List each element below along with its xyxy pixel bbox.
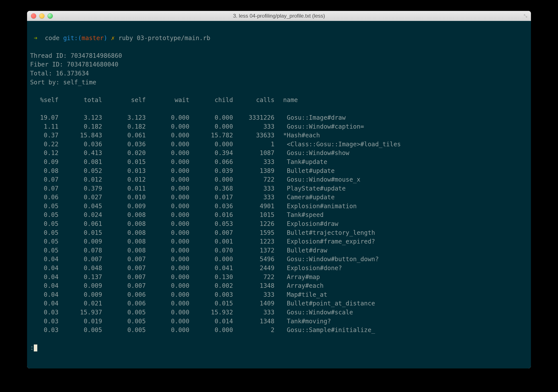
cell-child: 0.000	[189, 113, 233, 122]
table-row: 19.073.1233.1230.0000.0003331226 Gosu::I…	[30, 113, 528, 122]
table-row: 0.070.0120.0120.0000.000722 Gosu::Window…	[30, 175, 528, 184]
col-name: name	[274, 96, 528, 105]
cell-calls: 1409	[233, 299, 274, 308]
cell-total: 3.123	[59, 113, 102, 122]
cell-wait: 0.000	[146, 220, 189, 229]
table-body: 19.073.1233.1230.0000.0003331226 Gosu::I…	[30, 113, 528, 335]
cell-name: Tank#moving?	[274, 317, 528, 326]
less-colon: :	[30, 343, 34, 352]
table-row: 0.3715.8430.0610.00015.78233633*Hash#eac…	[30, 131, 528, 140]
cell-total: 0.027	[59, 193, 102, 202]
cell-self: 0.009	[102, 202, 146, 211]
cell-wait: 0.000	[146, 184, 189, 193]
cell-self_pct: 1.11	[30, 122, 59, 131]
cell-self: 0.005	[102, 326, 146, 335]
terminal-content[interactable]: ➜ code git:(master) ✗ ruby 03-prototype/…	[27, 21, 531, 368]
git-label: git:(	[63, 34, 82, 42]
cell-calls: 1223	[233, 237, 274, 246]
cell-calls: 333	[233, 308, 274, 317]
cell-total: 15.937	[59, 308, 102, 317]
cell-total: 0.413	[59, 149, 102, 158]
cell-wait: 0.000	[146, 193, 189, 202]
table-row: 0.060.0270.0100.0000.017333 Camera#updat…	[30, 193, 528, 202]
cell-self_pct: 0.04	[30, 264, 59, 273]
cell-self_pct: 0.03	[30, 326, 59, 335]
profile-header: Thread ID: 70347814986860 Fiber ID: 7034…	[30, 51, 528, 87]
col-self: self	[102, 96, 146, 105]
cell-wait: 0.000	[146, 131, 189, 140]
cell-self: 0.008	[102, 229, 146, 238]
close-button[interactable]	[31, 13, 36, 18]
cell-self: 0.011	[102, 184, 146, 193]
cell-total: 0.036	[59, 140, 102, 149]
terminal-window: 3. less 04-profiling/play_profile.txt (l…	[27, 11, 531, 368]
cell-self: 3.123	[102, 113, 146, 122]
less-prompt[interactable]: :	[30, 343, 528, 352]
window-titlebar[interactable]: 3. less 04-profiling/play_profile.txt (l…	[27, 11, 531, 21]
cell-name: Bullet#draw	[274, 246, 528, 255]
cell-total: 0.182	[59, 122, 102, 131]
cell-total: 0.052	[59, 167, 102, 176]
zoom-button[interactable]	[48, 13, 53, 18]
cell-child: 15.932	[189, 308, 233, 317]
cell-child: 0.002	[189, 281, 233, 290]
cell-self: 0.020	[102, 149, 146, 158]
cell-child: 0.368	[189, 184, 233, 193]
cell-calls: 5496	[233, 255, 274, 264]
cell-name: Gosu::Window#caption=	[274, 122, 528, 131]
cell-total: 0.005	[59, 326, 102, 335]
cell-total: 0.048	[59, 264, 102, 273]
cell-wait: 0.000	[146, 175, 189, 184]
cell-self_pct: 0.37	[30, 131, 59, 140]
minimize-button[interactable]	[39, 13, 44, 18]
cell-self: 0.007	[102, 264, 146, 273]
col-child: child	[189, 96, 233, 105]
cell-total: 0.007	[59, 255, 102, 264]
cell-self: 0.036	[102, 140, 146, 149]
fullscreen-icon[interactable]	[523, 14, 528, 18]
cell-self_pct: 19.07	[30, 113, 59, 122]
cell-name: Gosu::Sample#initialize_	[274, 326, 528, 335]
git-dirty: ✗	[111, 34, 115, 42]
cell-name: PlayState#update	[274, 184, 528, 193]
table-row: 0.030.0050.0050.0000.0002 Gosu::Sample#i…	[30, 326, 528, 335]
cell-self_pct: 0.09	[30, 158, 59, 167]
cell-calls: 722	[233, 175, 274, 184]
cell-wait: 0.000	[146, 113, 189, 122]
cell-wait: 0.000	[146, 255, 189, 264]
cell-calls: 3331226	[233, 113, 274, 122]
cell-self: 0.008	[102, 237, 146, 246]
table-row: 0.050.0610.0080.0000.0531226 Explosion#d…	[30, 220, 528, 229]
cell-self_pct: 0.05	[30, 211, 59, 220]
cell-child: 0.130	[189, 273, 233, 282]
cell-wait: 0.000	[146, 167, 189, 176]
cell-wait: 0.000	[146, 264, 189, 273]
cell-calls: 1348	[233, 317, 274, 326]
cell-calls: 333	[233, 290, 274, 299]
cell-wait: 0.000	[146, 317, 189, 326]
cell-child: 0.001	[189, 237, 233, 246]
cell-name: Explosion#animation	[274, 202, 528, 211]
table-row: 0.0315.9370.0050.00015.932333 Gosu::Wind…	[30, 308, 528, 317]
cell-self_pct: 0.04	[30, 299, 59, 308]
cell-self_pct: 0.06	[30, 193, 59, 202]
cell-self: 0.007	[102, 273, 146, 282]
cell-self_pct: 0.04	[30, 281, 59, 290]
cell-name: *Hash#each	[274, 131, 528, 140]
cell-child: 0.041	[189, 264, 233, 273]
cell-calls: 1372	[233, 246, 274, 255]
cell-wait: 0.000	[146, 122, 189, 131]
cell-name: Gosu::Window#show	[274, 149, 528, 158]
cell-self_pct: 0.05	[30, 246, 59, 255]
cell-total: 0.045	[59, 202, 102, 211]
cell-total: 0.081	[59, 158, 102, 167]
cell-name: Gosu::Image#draw	[274, 113, 528, 122]
cell-name: Explosion#frame_expired?	[274, 237, 528, 246]
cell-name: Gosu::Window#mouse_x	[274, 175, 528, 184]
cell-total: 0.021	[59, 299, 102, 308]
cell-name: Tank#update	[274, 158, 528, 167]
cell-wait: 0.000	[146, 202, 189, 211]
cell-name: Bullet#update	[274, 167, 528, 176]
cell-child: 0.000	[189, 255, 233, 264]
fiber-id: Fiber ID: 70347814680040	[30, 61, 118, 68]
